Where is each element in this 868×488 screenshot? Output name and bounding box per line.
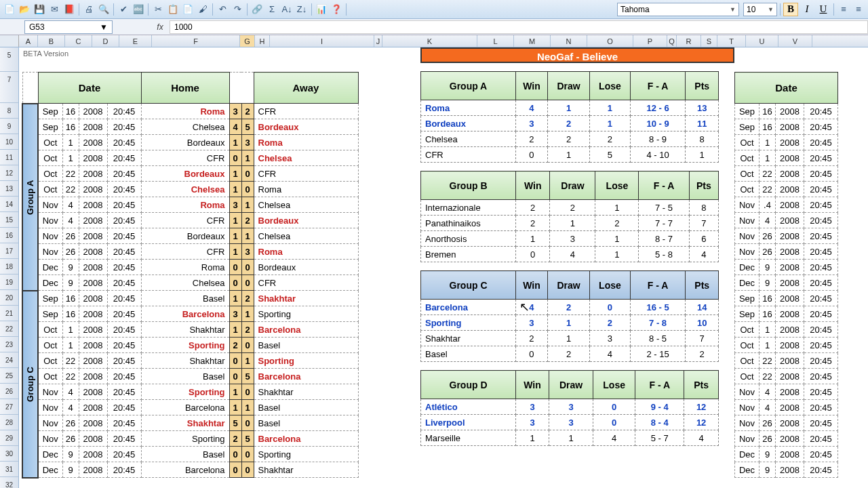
col-header-R[interactable]: R bbox=[677, 35, 701, 47]
col-header-G[interactable]: G bbox=[240, 35, 255, 47]
row-header-29[interactable]: 29 bbox=[0, 430, 18, 446]
right-date-row: Oct1200820:45 bbox=[735, 150, 838, 166]
print-icon[interactable]: 🖨 bbox=[82, 3, 96, 16]
row-header-17[interactable]: 17 bbox=[0, 243, 18, 259]
fixture-row: Dec9200820:45Roma00Bordeaux bbox=[22, 260, 358, 275]
select-all-corner[interactable] bbox=[0, 35, 19, 47]
spreadsheet-grid: ABCDEFGHIJKLMNOPQRSTUV 57891011121314151… bbox=[0, 35, 868, 488]
col-header-O[interactable]: O bbox=[587, 35, 633, 47]
col-header-T[interactable]: T bbox=[717, 35, 746, 47]
open-icon[interactable]: 📂 bbox=[18, 3, 31, 16]
row-header-18[interactable]: 18 bbox=[0, 259, 18, 274]
col-header-L[interactable]: L bbox=[477, 35, 514, 47]
column-headers: ABCDEFGHIJKLMNOPQRSTUV bbox=[0, 35, 868, 47]
link-icon[interactable]: 🔗 bbox=[250, 3, 264, 16]
row-header-5[interactable]: 5 bbox=[0, 47, 18, 72]
standings-row: Internazionale2217 - 58 bbox=[421, 200, 719, 216]
row-header-15[interactable]: 15 bbox=[0, 212, 18, 228]
autocorrect-icon[interactable]: 🔤 bbox=[132, 3, 145, 16]
row-header-20[interactable]: 20 bbox=[0, 290, 18, 306]
redo-icon[interactable]: ↷ bbox=[231, 3, 244, 16]
fixture-row: Dec9200820:45Barcelona00Shakhtar bbox=[22, 462, 358, 478]
row-header-32[interactable]: 32 bbox=[0, 477, 18, 488]
font-size-dropdown[interactable]: 10▼ bbox=[743, 3, 777, 16]
row-header-30[interactable]: 30 bbox=[0, 446, 18, 462]
chart-icon[interactable]: 📊 bbox=[315, 3, 328, 16]
align-left-icon[interactable]: ≡ bbox=[837, 3, 850, 16]
right-date-row: Nov26200820:45 bbox=[735, 244, 838, 260]
pdf-icon[interactable]: 📕 bbox=[62, 3, 76, 16]
row-header-11[interactable]: 11 bbox=[0, 150, 18, 165]
align-center-icon[interactable]: ≡ bbox=[852, 3, 865, 16]
sort-desc-icon[interactable]: Z↓ bbox=[295, 3, 309, 16]
row-header-8[interactable]: 8 bbox=[0, 103, 18, 119]
col-header-U[interactable]: U bbox=[746, 35, 778, 47]
row-header-19[interactable]: 19 bbox=[0, 274, 18, 290]
paste-icon[interactable]: 📄 bbox=[181, 3, 195, 16]
col-header-E[interactable]: E bbox=[119, 35, 152, 47]
row-header-26[interactable]: 26 bbox=[0, 384, 18, 399]
right-date-row: Sep16200820:45 bbox=[735, 306, 838, 322]
bold-button[interactable]: B bbox=[783, 3, 798, 16]
undo-icon[interactable]: ↶ bbox=[216, 3, 229, 16]
row-header-12[interactable]: 12 bbox=[0, 165, 18, 181]
separator bbox=[780, 3, 781, 16]
col-header-C[interactable]: C bbox=[65, 35, 92, 47]
row-header-7[interactable]: 7 bbox=[0, 72, 18, 103]
sum-icon[interactable]: Σ bbox=[265, 3, 279, 16]
fixture-row: Oct1200820:45CFR01Chelsea bbox=[22, 150, 358, 166]
fx-label[interactable]: fx bbox=[151, 22, 170, 32]
copy-icon[interactable]: 📋 bbox=[166, 3, 180, 16]
right-date-row: Dec9200820:45 bbox=[735, 275, 838, 291]
separator bbox=[212, 3, 213, 16]
font-name-dropdown[interactable]: Tahoma▼ bbox=[617, 3, 739, 16]
spellcheck-icon[interactable]: ✔ bbox=[117, 3, 130, 16]
row-header-16[interactable]: 16 bbox=[0, 228, 18, 243]
cut-icon[interactable]: ✂ bbox=[151, 3, 165, 16]
help-icon[interactable]: ❓ bbox=[330, 3, 343, 16]
format-paint-icon[interactable]: 🖌 bbox=[196, 3, 210, 16]
standings-row: Roma41112 - 613 bbox=[421, 100, 719, 116]
underline-button[interactable]: U bbox=[816, 3, 831, 16]
col-header-M[interactable]: M bbox=[514, 35, 551, 47]
row-header-10[interactable]: 10 bbox=[0, 134, 18, 150]
group-standings: Group AWinDrawLoseF - APtsRoma41112 - 61… bbox=[420, 71, 719, 163]
col-header-J[interactable]: J bbox=[374, 35, 382, 47]
fixture-row: Nov26200820:45Shakhtar50Basel bbox=[22, 415, 358, 431]
row-header-31[interactable]: 31 bbox=[0, 462, 18, 477]
row-header-14[interactable]: 14 bbox=[0, 197, 18, 212]
col-header-V[interactable]: V bbox=[778, 35, 812, 47]
col-header-N[interactable]: N bbox=[551, 35, 587, 47]
mail-icon[interactable]: ✉ bbox=[47, 3, 61, 16]
cells-area[interactable]: BETA Version Date Home Away Group ASep16… bbox=[19, 47, 868, 488]
preview-icon[interactable]: 🔍 bbox=[97, 3, 111, 16]
col-header-S[interactable]: S bbox=[701, 35, 717, 47]
right-dates-table: Date Sep16200820:45Sep16200820:45Oct1200… bbox=[734, 72, 838, 478]
italic-button[interactable]: I bbox=[800, 3, 814, 16]
col-header-I[interactable]: I bbox=[270, 35, 374, 47]
col-header-K[interactable]: K bbox=[382, 35, 477, 47]
row-header-23[interactable]: 23 bbox=[0, 337, 18, 352]
name-box[interactable]: G53▼ bbox=[24, 20, 113, 34]
col-header-F[interactable]: F bbox=[152, 35, 240, 47]
row-header-9[interactable]: 9 bbox=[0, 119, 18, 134]
col-header-P[interactable]: P bbox=[633, 35, 667, 47]
right-date-row: Nov4200820:45 bbox=[735, 400, 838, 415]
new-icon[interactable]: 📄 bbox=[3, 3, 16, 16]
row-header-13[interactable]: 13 bbox=[0, 181, 18, 197]
row-header-24[interactable]: 24 bbox=[0, 352, 18, 368]
col-header-B[interactable]: B bbox=[38, 35, 65, 47]
col-header-H[interactable]: H bbox=[255, 35, 270, 47]
row-header-21[interactable]: 21 bbox=[0, 306, 18, 321]
row-header-27[interactable]: 27 bbox=[0, 399, 18, 415]
col-header-D[interactable]: D bbox=[92, 35, 119, 47]
row-header-22[interactable]: 22 bbox=[0, 321, 18, 337]
save-icon[interactable]: 💾 bbox=[33, 3, 46, 16]
col-header-Q[interactable]: Q bbox=[667, 35, 677, 47]
row-header-28[interactable]: 28 bbox=[0, 415, 18, 430]
standings-row: Bordeaux32110 - 911 bbox=[421, 116, 719, 131]
row-header-25[interactable]: 25 bbox=[0, 368, 18, 384]
sort-asc-icon[interactable]: A↓ bbox=[280, 3, 294, 16]
formula-input[interactable]: 1000 bbox=[170, 20, 868, 34]
col-header-A[interactable]: A bbox=[19, 35, 38, 47]
